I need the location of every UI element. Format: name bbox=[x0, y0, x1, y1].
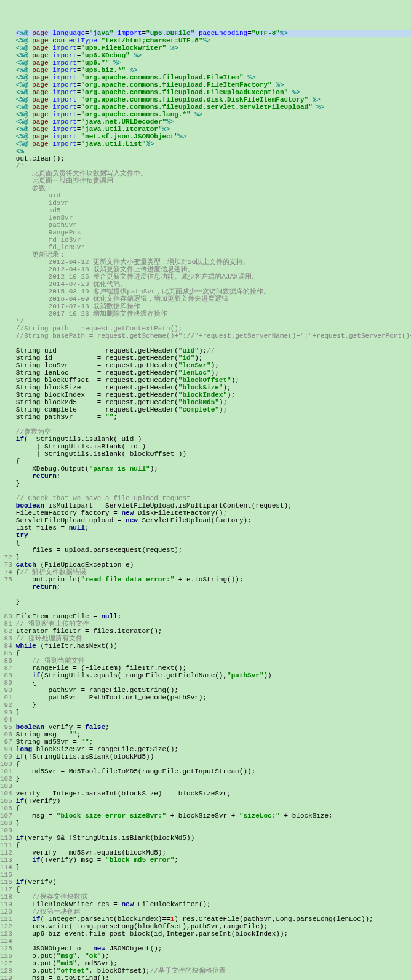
line-number: 89 bbox=[0, 679, 12, 687]
line-number-gutter: 7273747580818283848586878889909192939495… bbox=[0, 30, 16, 980]
line-number bbox=[0, 30, 12, 37]
code-line: //保存文件块数据 bbox=[16, 893, 411, 901]
code-line: 2012-10-25 整合更新文件进度信息功能。减少客户端的AJAX调用。 bbox=[16, 273, 411, 281]
line-number bbox=[0, 273, 12, 281]
code-line: //String path = request.getContextPath()… bbox=[16, 325, 411, 332]
code-line: 2012-04-18 取消更新文件上传进度信息逻辑。 bbox=[16, 266, 411, 273]
line-number bbox=[0, 443, 12, 450]
line-number bbox=[0, 214, 12, 221]
line-number: 118 bbox=[0, 893, 12, 901]
line-number: 129 bbox=[0, 974, 12, 980]
code-line: // 得到当前文件 bbox=[16, 657, 411, 664]
line-number: 98 bbox=[0, 746, 12, 753]
line-number: 84 bbox=[0, 642, 12, 650]
code-line: try bbox=[16, 532, 411, 539]
line-number: 102 bbox=[0, 775, 12, 783]
code-line: String md5Svr = ""; bbox=[16, 738, 411, 746]
code-line: if( StringUtils.isBlank( uid ) bbox=[16, 436, 411, 443]
line-number bbox=[0, 591, 12, 598]
code-line: //仅第一块创建 bbox=[16, 908, 411, 915]
code-line: <%@ page import="up6.biz.*" %> bbox=[16, 66, 411, 74]
code-line: catch (FileUploadException e) bbox=[16, 561, 411, 568]
code-line: boolean verify = false; bbox=[16, 723, 411, 731]
line-number bbox=[0, 133, 12, 140]
line-number bbox=[0, 310, 12, 317]
line-number bbox=[0, 74, 12, 81]
code-line: { bbox=[16, 886, 411, 893]
code-line: XDebug.Output("param is null"); bbox=[16, 465, 411, 472]
line-number bbox=[0, 81, 12, 89]
code-line: String blockMd5 = request.getHeader("blo… bbox=[16, 399, 411, 406]
line-number bbox=[0, 325, 12, 332]
code-line: 参数： bbox=[16, 185, 411, 192]
code-line: pathSvr = PathTool.url_decode(pathSvr); bbox=[16, 694, 411, 701]
code-line: if(!StringUtils.isBlank(blockMd5)) bbox=[16, 753, 411, 760]
line-number: 111 bbox=[0, 842, 12, 849]
code-line: <%@ page import="up6.XDebug" %> bbox=[16, 52, 411, 59]
code-line: idSvr bbox=[16, 199, 411, 207]
code-line: <%@ page import="java.net.URLDecoder"%> bbox=[16, 118, 411, 125]
line-number bbox=[0, 111, 12, 118]
code-line: || StringUtils.isBlank( blockOffset )) bbox=[16, 450, 411, 458]
line-number bbox=[0, 369, 12, 376]
code-line: String blockSize = request.getHeader("bl… bbox=[16, 384, 411, 391]
code-line: <% bbox=[16, 148, 411, 155]
code-line: { bbox=[16, 458, 411, 465]
code-line: String msg = ""; bbox=[16, 731, 411, 738]
line-number bbox=[0, 480, 12, 487]
line-number: 94 bbox=[0, 716, 12, 723]
line-number bbox=[0, 118, 12, 125]
code-line bbox=[16, 716, 411, 723]
line-number: 114 bbox=[0, 864, 12, 871]
code-line: if(StringUtils.equals( rangeFile.getFiel… bbox=[16, 672, 411, 679]
code-line: 此页面负责将文件块数据写入文件中。 bbox=[16, 170, 411, 177]
code-line: while (fileItr.hasNext()) bbox=[16, 642, 411, 650]
line-number bbox=[0, 532, 12, 539]
code-line: pathSvr = rangeFile.getString(); bbox=[16, 687, 411, 694]
code-line: verify = Integer.parseInt(blockSize) == … bbox=[16, 790, 411, 797]
code-line: FileBlockWriter res = new FileBlockWrite… bbox=[16, 901, 411, 908]
code-line: /* bbox=[16, 162, 411, 170]
code-line: <%@ page import="org.apache.commons.file… bbox=[16, 89, 411, 96]
line-number bbox=[0, 281, 12, 288]
line-number: 72 bbox=[0, 554, 12, 561]
line-number: 73 bbox=[0, 561, 12, 568]
line-number bbox=[0, 472, 12, 480]
line-number: 92 bbox=[0, 701, 12, 709]
code-line: <%@ page import="java.util.Iterator"%> bbox=[16, 125, 411, 133]
line-number: 75 bbox=[0, 576, 12, 583]
code-line: JSONObject o = new JSONObject(); bbox=[16, 945, 411, 952]
code-line: <%@ page import="org.apache.commons.file… bbox=[16, 96, 411, 103]
code-line: } bbox=[16, 701, 411, 709]
code-line bbox=[16, 340, 411, 347]
line-number: 113 bbox=[0, 856, 12, 864]
line-number: 124 bbox=[0, 938, 12, 945]
code-line: <%@ page import="org.apache.commons.lang… bbox=[16, 111, 411, 118]
line-number bbox=[0, 524, 12, 532]
line-number bbox=[0, 421, 12, 428]
code-line bbox=[16, 605, 411, 613]
line-number bbox=[0, 229, 12, 236]
line-number bbox=[0, 391, 12, 399]
code-line: // 得到所有上传的文件 bbox=[16, 620, 411, 627]
line-number bbox=[0, 340, 12, 347]
line-number bbox=[0, 406, 12, 413]
code-line: } bbox=[16, 819, 411, 827]
line-number bbox=[0, 44, 12, 52]
line-number bbox=[0, 605, 12, 613]
line-number bbox=[0, 428, 12, 436]
line-number bbox=[0, 347, 12, 354]
code-line bbox=[16, 591, 411, 598]
code-line: if( Integer.parseInt(blockIndex)==1) res… bbox=[16, 915, 411, 923]
code-line: if(!verify) bbox=[16, 797, 411, 805]
code-line: msg = "block size error sizeSvr:" + bloc… bbox=[16, 812, 411, 819]
line-number: 90 bbox=[0, 687, 12, 694]
code-line: Iterator fileItr = files.iterator(); bbox=[16, 627, 411, 635]
code-line: //参数为空 bbox=[16, 428, 411, 436]
line-number bbox=[0, 487, 12, 495]
code-line: files = upload.parseRequest(request); bbox=[16, 546, 411, 554]
code-line: 2012-04-12 更新文件大小变量类型，增加对2G以上文件的支持。 bbox=[16, 258, 411, 266]
line-number bbox=[0, 354, 12, 362]
code-line: <%@ page import="up6.*" %> bbox=[16, 59, 411, 66]
line-number bbox=[0, 450, 12, 458]
